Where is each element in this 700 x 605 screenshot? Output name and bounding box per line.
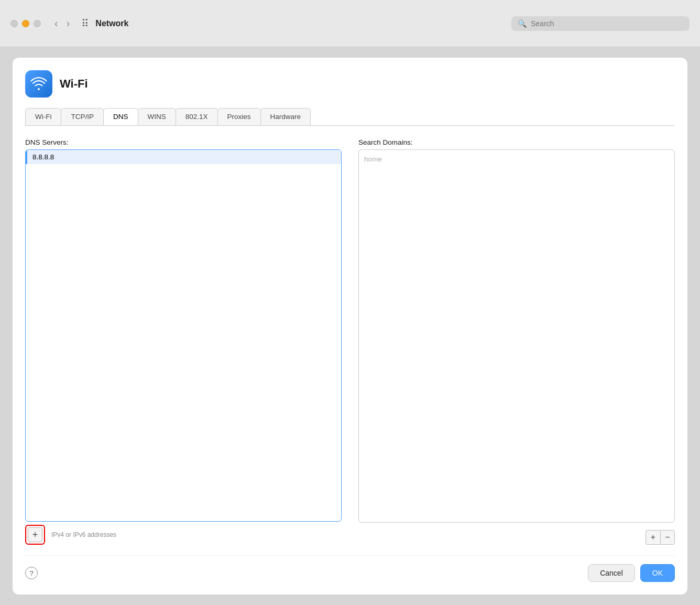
titlebar: ‹ › ⠿ Network 🔍	[0, 0, 700, 47]
right-column: Search Domains: home + −	[358, 138, 675, 545]
tab-hardware[interactable]: Hardware	[260, 108, 311, 125]
ok-button[interactable]: OK	[640, 564, 675, 582]
wifi-icon	[30, 75, 47, 92]
tabs: Wi-Fi TCP/IP DNS WINS 802.1X Proxies Har…	[25, 108, 675, 126]
dns-servers-label: DNS Servers:	[25, 138, 342, 146]
close-button[interactable]	[10, 20, 18, 27]
window-title: Network	[95, 19, 511, 28]
footer-buttons: Cancel OK	[588, 564, 675, 582]
wifi-header: Wi-Fi	[25, 70, 675, 98]
tab-8021x[interactable]: 802.1X	[176, 108, 218, 125]
search-box: 🔍	[511, 16, 690, 31]
add-dns-button[interactable]: +	[28, 527, 42, 542]
grid-icon[interactable]: ⠿	[81, 17, 89, 30]
dns-entry[interactable]: 8.8.8.8	[26, 150, 341, 164]
search-domains-bottom: + −	[358, 526, 675, 545]
wifi-icon-wrap	[25, 70, 52, 98]
tab-tcpip[interactable]: TCP/IP	[61, 108, 104, 125]
search-input[interactable]	[531, 19, 683, 28]
tab-wifi[interactable]: Wi-Fi	[25, 108, 61, 125]
back-button[interactable]: ‹	[51, 15, 61, 31]
tab-proxies[interactable]: Proxies	[217, 108, 261, 125]
search-domains-label: Search Domains:	[358, 138, 675, 146]
search-domains-list[interactable]: home	[358, 149, 675, 523]
minimize-button[interactable]	[22, 20, 29, 27]
wifi-label: Wi-Fi	[60, 77, 88, 91]
nav-buttons: ‹ ›	[51, 15, 73, 31]
panel-footer: ? Cancel OK	[25, 555, 675, 582]
cancel-button[interactable]: Cancel	[588, 564, 635, 582]
dns-servers-bottom: + IPv4 or IPv6 addresses	[25, 525, 342, 545]
tab-dns[interactable]: DNS	[103, 108, 138, 125]
left-column: DNS Servers: 8.8.8.8 + IPv4 or IPv6 addr…	[25, 138, 342, 545]
search-domains-placeholder: home	[364, 155, 382, 163]
search-icon: 🔍	[518, 19, 527, 28]
dns-servers-list[interactable]: 8.8.8.8	[25, 149, 342, 522]
tab-wins[interactable]: WINS	[138, 108, 176, 125]
maximize-button[interactable]	[34, 20, 41, 27]
dns-hint-text: IPv4 or IPv6 addresses	[51, 531, 116, 538]
columns-wrapper: DNS Servers: 8.8.8.8 + IPv4 or IPv6 addr…	[25, 138, 675, 545]
search-domain-controls: + −	[646, 530, 675, 545]
add-dns-highlight: +	[25, 525, 45, 545]
help-button[interactable]: ?	[25, 567, 38, 579]
panel: Wi-Fi Wi-Fi TCP/IP DNS WINS 802.1X Proxi…	[13, 58, 687, 595]
add-domain-button[interactable]: +	[646, 530, 660, 545]
traffic-lights	[10, 20, 41, 27]
main-content: Wi-Fi Wi-Fi TCP/IP DNS WINS 802.1X Proxi…	[0, 47, 700, 605]
remove-domain-button[interactable]: −	[660, 530, 675, 545]
dns-content: DNS Servers: 8.8.8.8 + IPv4 or IPv6 addr…	[25, 138, 675, 545]
forward-button[interactable]: ›	[63, 15, 73, 31]
